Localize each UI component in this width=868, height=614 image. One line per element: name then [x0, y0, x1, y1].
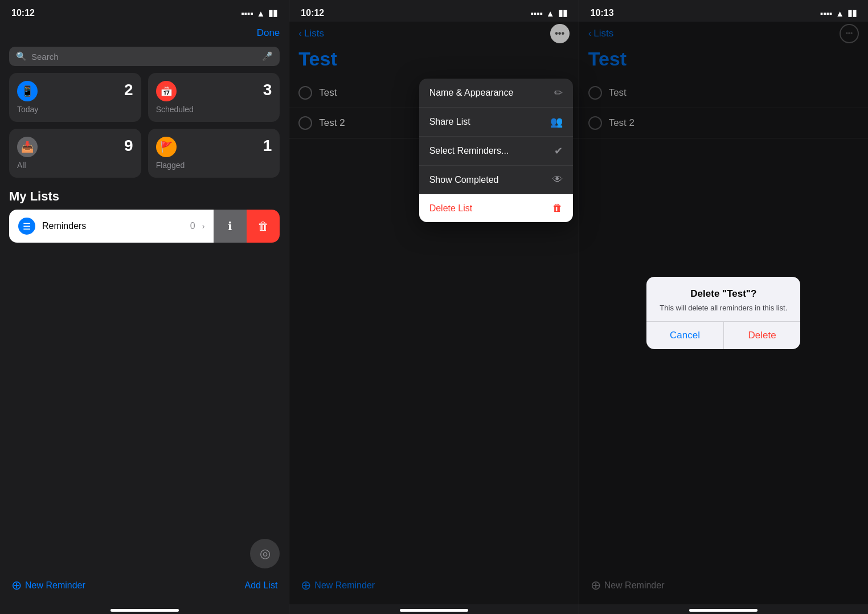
screen3: 10:13 ▪▪▪▪ ▲ ▮▮ ‹ Lists ••• Test Test Te…: [579, 0, 868, 614]
cancel-button[interactable]: Cancel: [646, 322, 724, 349]
menu-delete-list[interactable]: Delete List 🗑: [419, 194, 573, 222]
trash-icon-menu: 🗑: [552, 202, 563, 214]
wifi-icon-2: ▲: [546, 9, 555, 18]
all-card[interactable]: 📥 9 All: [9, 129, 141, 178]
mic-icon: 🎤: [262, 51, 273, 62]
status-bar-1: 10:12 ▪▪▪▪ ▲ ▮▮: [0, 0, 289, 22]
show-completed-label: Show Completed: [429, 175, 499, 185]
flagged-icon: 🚩: [156, 137, 177, 157]
status-icons-1: ▪▪▪▪ ▲ ▮▮: [241, 8, 277, 18]
home-indicator-2: [289, 604, 578, 614]
scheduled-icon: 📅: [156, 81, 177, 101]
nav-bar-1: Done: [0, 22, 289, 47]
new-reminder-button-1[interactable]: ⊕ New Reminder: [11, 578, 85, 593]
floating-button[interactable]: ◎: [250, 539, 280, 568]
wifi-icon: ▲: [256, 9, 265, 18]
home-bar-2: [400, 609, 468, 612]
my-lists-title: My Lists: [0, 187, 289, 210]
time-3: 10:13: [591, 8, 614, 18]
new-reminder-label-1: New Reminder: [25, 580, 85, 591]
home-indicator-1: [0, 604, 289, 614]
menu-name-appearance[interactable]: Name & Appearance ✏: [419, 79, 573, 108]
search-bar[interactable]: 🔍 Search 🎤: [9, 47, 280, 66]
signal-icon-2: ▪▪▪▪: [531, 9, 543, 18]
scheduled-card[interactable]: 📅 3 Scheduled: [148, 73, 280, 122]
scheduled-count: 3: [263, 81, 272, 99]
home-bar-1: [110, 609, 179, 612]
battery-icon-2: ▮▮: [558, 8, 567, 18]
screen3-content: ‹ Lists ••• Test Test Test 2 Delete "Tes…: [579, 22, 868, 604]
signal-icon: ▪▪▪▪: [241, 9, 253, 18]
status-icons-2: ▪▪▪▪ ▲ ▮▮: [531, 8, 567, 18]
floating-icon: ◎: [260, 546, 271, 561]
today-count: 2: [124, 81, 133, 99]
alert-title: Delete "Test"?: [656, 288, 791, 300]
scheduled-label: Scheduled: [156, 105, 272, 114]
info-icon: ℹ: [228, 219, 232, 233]
smart-grid: 📱 2 Today 📅 3 Scheduled 📥 9 All: [0, 73, 289, 187]
search-placeholder: Search: [31, 52, 257, 62]
context-menu: Name & Appearance ✏ Share List 👥 Select …: [419, 79, 573, 222]
search-icon: 🔍: [16, 51, 27, 62]
delete-button[interactable]: 🗑: [247, 210, 280, 243]
eye-icon: 👁: [552, 174, 563, 186]
alert-buttons: Cancel Delete: [646, 321, 800, 349]
checkmark-circle-icon: ✔: [554, 145, 563, 157]
name-appearance-label: Name & Appearance: [429, 88, 514, 98]
home-indicator-3: [579, 604, 868, 614]
flagged-card-top: 🚩 1: [156, 137, 272, 157]
status-bar-3: 10:13 ▪▪▪▪ ▲ ▮▮: [579, 0, 868, 22]
menu-share-list[interactable]: Share List 👥: [419, 108, 573, 137]
reminders-count: 0: [190, 221, 195, 231]
menu-show-completed[interactable]: Show Completed 👁: [419, 166, 573, 194]
alert-dialog: Delete "Test"? This will delete all remi…: [646, 277, 800, 349]
info-button[interactable]: ℹ: [214, 210, 247, 243]
today-card-top: 📱 2: [17, 81, 133, 101]
battery-icon-3: ▮▮: [847, 8, 857, 18]
wifi-icon-3: ▲: [836, 9, 844, 18]
delete-list-label: Delete List: [429, 203, 473, 214]
screen1-content: Done 🔍 Search 🎤 📱 2 Today 📅 3: [0, 22, 289, 604]
reminders-swipe-row[interactable]: ☰ Reminders 0 › ℹ 🗑: [9, 210, 280, 243]
share-list-label: Share List: [429, 117, 470, 127]
time-2: 10:12: [301, 8, 324, 18]
screen2-content: ‹ Lists ••• Test Test Test 2 Name & Appe…: [289, 22, 578, 604]
all-label: All: [17, 161, 133, 170]
battery-icon: ▮▮: [268, 8, 277, 18]
flagged-count: 1: [263, 137, 272, 155]
alert-message: This will delete all reminders in this l…: [656, 303, 791, 313]
reminders-chevron: ›: [202, 222, 205, 231]
today-icon: 📱: [17, 81, 38, 101]
done-button[interactable]: Done: [257, 27, 280, 39]
signal-icon-3: ▪▪▪▪: [820, 9, 832, 18]
time-1: 10:12: [11, 8, 35, 18]
bottom-bar-1: ⊕ New Reminder Add List: [0, 571, 289, 604]
status-icons-3: ▪▪▪▪ ▲ ▮▮: [820, 8, 857, 18]
all-card-top: 📥 9: [17, 137, 133, 157]
select-reminders-label: Select Reminders...: [429, 146, 509, 156]
today-card[interactable]: 📱 2 Today: [9, 73, 141, 122]
screen1: 10:12 ▪▪▪▪ ▲ ▮▮ Done 🔍 Search 🎤 📱 2 Toda…: [0, 0, 289, 614]
reminders-icon: ☰: [18, 218, 35, 235]
flagged-card[interactable]: 🚩 1 Flagged: [148, 129, 280, 178]
add-list-button[interactable]: Add List: [245, 580, 278, 591]
trash-icon: 🗑: [257, 220, 269, 233]
delete-confirm-button[interactable]: Delete: [724, 322, 801, 349]
pencil-icon: ✏: [554, 87, 563, 99]
scheduled-card-top: 📅 3: [156, 81, 272, 101]
status-bar-2: 10:12 ▪▪▪▪ ▲ ▮▮: [289, 0, 578, 22]
flagged-label: Flagged: [156, 161, 272, 170]
share-icon: 👥: [550, 116, 563, 128]
today-label: Today: [17, 105, 133, 114]
home-bar-3: [689, 609, 758, 612]
menu-select-reminders[interactable]: Select Reminders... ✔: [419, 137, 573, 166]
alert-content: Delete "Test"? This will delete all remi…: [646, 277, 800, 321]
screen2: 10:12 ▪▪▪▪ ▲ ▮▮ ‹ Lists ••• Test Test Te…: [289, 0, 579, 614]
all-icon: 📥: [17, 137, 38, 157]
plus-icon-1: ⊕: [11, 578, 22, 593]
reminders-label: Reminders: [42, 221, 183, 231]
alert-overlay: Delete "Test"? This will delete all remi…: [579, 22, 868, 604]
all-count: 9: [124, 137, 133, 155]
reminders-row-main[interactable]: ☰ Reminders 0 ›: [9, 210, 214, 243]
